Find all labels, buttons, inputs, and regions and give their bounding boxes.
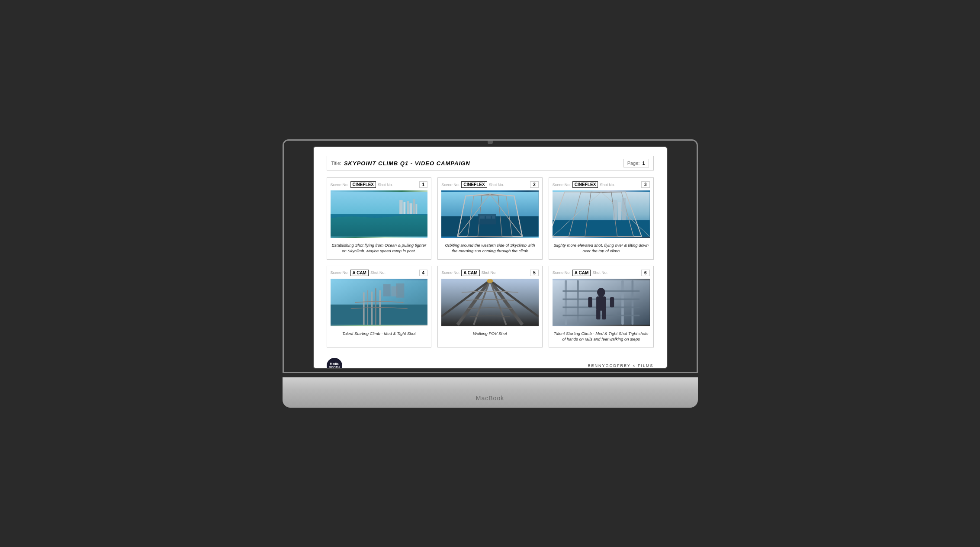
shot-card-1: Scene No. CINEFLEX Shot No. 1 bbox=[327, 177, 432, 260]
svg-rect-25 bbox=[363, 292, 364, 325]
shot-num-1: 1 bbox=[419, 181, 428, 188]
scene-label-1: Scene No. bbox=[331, 183, 349, 187]
svg-point-40 bbox=[487, 279, 493, 283]
laptop-frame: Title: SKYPOINT CLIMB Q1 - VIDEO CAMPAIG… bbox=[283, 139, 698, 408]
shot-card-6: Scene No. A CAM Shot No. 6 bbox=[549, 266, 654, 348]
scene-value-3: CINEFLEX bbox=[572, 181, 598, 188]
laptop-screen: Title: SKYPOINT CLIMB Q1 - VIDEO CAMPAIG… bbox=[314, 147, 667, 368]
shot-description-3: Slighty more elevated shot, flying over … bbox=[553, 241, 650, 256]
svg-rect-52 bbox=[596, 309, 600, 319]
svg-rect-7 bbox=[415, 204, 417, 214]
shot-card-3: Scene No. CINEFLEX Shot No. 3 bbox=[549, 177, 654, 260]
svg-point-50 bbox=[597, 288, 605, 297]
svg-rect-53 bbox=[602, 309, 606, 319]
svg-rect-55 bbox=[610, 297, 614, 307]
shot-num-3: 3 bbox=[641, 181, 650, 188]
scene-value-5: A CAM bbox=[461, 270, 479, 276]
page-number: 1 bbox=[642, 161, 645, 166]
svg-rect-42 bbox=[565, 280, 567, 325]
document: Title: SKYPOINT CLIMB Q1 - VIDEO CAMPAIG… bbox=[314, 147, 667, 368]
shot-label-2: Shot No. bbox=[489, 183, 504, 187]
shot-card-4: Scene No. A CAM Shot No. 4 bbox=[327, 266, 432, 348]
shot-num-2: 2 bbox=[530, 181, 539, 188]
svg-rect-43 bbox=[577, 280, 579, 325]
shot-description-1: Establishing Shot flying from Ocean & pu… bbox=[331, 241, 428, 256]
shot-label-5: Shot No. bbox=[482, 270, 497, 275]
svg-rect-3 bbox=[403, 202, 405, 214]
svg-rect-15 bbox=[492, 216, 495, 219]
brand-text: BENNYGODFREY × FILMS bbox=[588, 364, 653, 368]
shot-num-4: 4 bbox=[419, 270, 428, 276]
scene-label-3: Scene No. bbox=[553, 183, 571, 187]
shot-image-3 bbox=[553, 190, 650, 238]
svg-rect-27 bbox=[371, 291, 373, 325]
svg-rect-30 bbox=[383, 284, 390, 296]
shot-description-4: Talent Starting Climb - Med & Tight Shot bbox=[331, 329, 428, 338]
shot-description-2: Orbiting around the western side of Skyc… bbox=[441, 241, 539, 256]
title-label: Title: bbox=[331, 161, 341, 166]
svg-rect-51 bbox=[596, 296, 606, 311]
doc-header: Title: SKYPOINT CLIMB Q1 - VIDEO CAMPAIG… bbox=[327, 156, 654, 171]
shot-meta-2: Scene No. CINEFLEX Shot No. 2 bbox=[441, 181, 539, 188]
svg-rect-4 bbox=[406, 201, 409, 214]
scene-value-4: A CAM bbox=[350, 270, 369, 276]
shot-card-5: Scene No. A CAM Shot No. 5 bbox=[437, 266, 543, 348]
shot-image-5 bbox=[441, 279, 539, 326]
svg-rect-49 bbox=[562, 315, 639, 316]
shots-grid: Scene No. CINEFLEX Shot No. 1 bbox=[327, 177, 654, 348]
scene-label-2: Scene No. bbox=[441, 183, 459, 187]
scene-value-1: CINEFLEX bbox=[350, 181, 376, 188]
shot-meta-5: Scene No. A CAM Shot No. 5 bbox=[441, 270, 539, 276]
shot-meta-3: Scene No. CINEFLEX Shot No. 3 bbox=[553, 181, 650, 188]
shot-label-6: Shot No. bbox=[592, 270, 607, 275]
svg-rect-13 bbox=[480, 216, 485, 219]
shot-description-6: Talent Starting Climb - Med & Tight Shot… bbox=[553, 329, 650, 344]
mediabooth-logo: Media BOOTH bbox=[327, 358, 342, 368]
scene-value-2: CINEFLEX bbox=[461, 181, 487, 188]
svg-rect-33 bbox=[441, 280, 539, 325]
scene-label-4: Scene No. bbox=[331, 270, 349, 275]
svg-rect-28 bbox=[375, 288, 376, 325]
scene-label-6: Scene No. bbox=[553, 270, 571, 275]
shot-image-1 bbox=[331, 190, 428, 238]
shot-meta-1: Scene No. CINEFLEX Shot No. 1 bbox=[331, 181, 428, 188]
scene-value-6: A CAM bbox=[572, 270, 591, 276]
svg-rect-22 bbox=[622, 198, 626, 220]
svg-rect-20 bbox=[613, 200, 617, 220]
doc-title-area: Title: SKYPOINT CLIMB Q1 - VIDEO CAMPAIG… bbox=[331, 160, 470, 167]
laptop-body: MacBook bbox=[283, 377, 698, 408]
shot-meta-6: Scene No. A CAM Shot No. 6 bbox=[553, 270, 650, 276]
shot-label-4: Shot No. bbox=[370, 270, 386, 275]
shot-card-2: Scene No. CINEFLEX Shot No. 2 bbox=[437, 177, 543, 260]
svg-rect-21 bbox=[618, 202, 621, 220]
shot-image-4 bbox=[331, 279, 428, 326]
scene-label-5: Scene No. bbox=[441, 270, 459, 275]
svg-rect-14 bbox=[486, 216, 491, 219]
svg-rect-32 bbox=[396, 283, 404, 298]
svg-rect-2 bbox=[399, 200, 402, 214]
shot-label-1: Shot No. bbox=[378, 183, 393, 187]
shot-image-2 bbox=[441, 190, 539, 238]
doc-footer: Media BOOTH BENNYGODFREY × FILMS bbox=[327, 354, 654, 368]
shot-image-6 bbox=[553, 279, 650, 326]
shot-num-5: 5 bbox=[530, 270, 539, 276]
svg-rect-45 bbox=[631, 280, 633, 325]
laptop-notch bbox=[488, 141, 493, 144]
shot-label-3: Shot No. bbox=[600, 183, 615, 187]
svg-rect-44 bbox=[621, 280, 624, 325]
svg-rect-6 bbox=[413, 199, 415, 214]
shot-description-5: Walking POV Shot bbox=[441, 329, 539, 338]
svg-rect-5 bbox=[409, 203, 412, 214]
doc-page-area: Page: 1 bbox=[623, 159, 649, 167]
shot-num-6: 6 bbox=[641, 270, 650, 276]
svg-rect-54 bbox=[588, 297, 592, 307]
page-label: Page: bbox=[627, 161, 640, 166]
shot-meta-4: Scene No. A CAM Shot No. 4 bbox=[331, 270, 428, 276]
doc-title: SKYPOINT CLIMB Q1 - VIDEO CAMPAIGN bbox=[344, 160, 470, 167]
macbook-label: MacBook bbox=[476, 395, 504, 402]
svg-rect-17 bbox=[553, 220, 650, 236]
